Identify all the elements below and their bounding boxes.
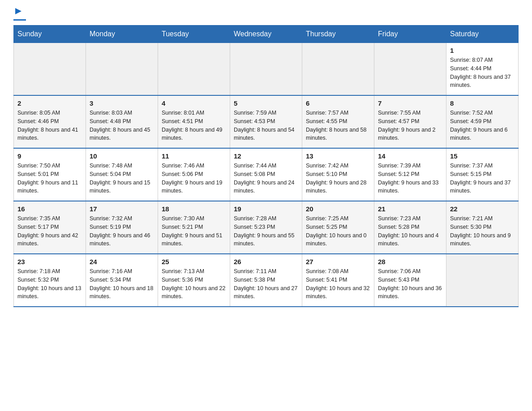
calendar-cell: [14, 43, 86, 96]
day-info: Sunrise: 7:57 AMSunset: 4:55 PMDaylight:…: [306, 109, 370, 142]
day-number: 26: [234, 258, 298, 265]
day-info: Sunrise: 7:44 AMSunset: 5:08 PMDaylight:…: [234, 162, 298, 195]
day-info: Sunrise: 7:08 AMSunset: 5:41 PMDaylight:…: [306, 267, 370, 301]
day-number: 8: [450, 99, 515, 107]
calendar-cell: 4Sunrise: 8:01 AMSunset: 4:51 PMDaylight…: [158, 95, 230, 148]
calendar-cell: 14Sunrise: 7:39 AMSunset: 5:12 PMDayligh…: [374, 148, 446, 201]
calendar-cell: 27Sunrise: 7:08 AMSunset: 5:41 PMDayligh…: [302, 254, 374, 307]
calendar-cell: 8Sunrise: 7:52 AMSunset: 4:59 PMDaylight…: [446, 95, 519, 148]
weekday-header-friday: Friday: [374, 26, 446, 43]
calendar-cell: 1Sunrise: 8:07 AMSunset: 4:44 PMDaylight…: [446, 43, 519, 96]
day-info: Sunrise: 7:21 AMSunset: 5:30 PMDaylight:…: [450, 214, 515, 248]
day-number: 13: [306, 152, 370, 160]
day-number: 12: [234, 152, 298, 160]
calendar-cell: 13Sunrise: 7:42 AMSunset: 5:10 PMDayligh…: [302, 148, 374, 201]
day-info: Sunrise: 7:39 AMSunset: 5:12 PMDaylight:…: [378, 162, 442, 195]
calendar-table: SundayMondayTuesdayWednesdayThursdayFrid…: [13, 25, 519, 307]
day-info: Sunrise: 7:48 AMSunset: 5:04 PMDaylight:…: [90, 162, 154, 195]
day-number: 10: [90, 152, 154, 160]
day-info: Sunrise: 7:30 AMSunset: 5:21 PMDaylight:…: [162, 214, 226, 248]
weekday-header-thursday: Thursday: [302, 26, 374, 43]
day-info: Sunrise: 7:46 AMSunset: 5:06 PMDaylight:…: [162, 162, 226, 195]
calendar-cell: 7Sunrise: 7:55 AMSunset: 4:57 PMDaylight…: [374, 95, 446, 148]
calendar-week-row: 16Sunrise: 7:35 AMSunset: 5:17 PMDayligh…: [14, 201, 519, 254]
calendar-week-row: 9Sunrise: 7:50 AMSunset: 5:01 PMDaylight…: [14, 148, 519, 201]
day-info: Sunrise: 7:59 AMSunset: 4:53 PMDaylight:…: [234, 109, 298, 142]
calendar-cell: 24Sunrise: 7:16 AMSunset: 5:34 PMDayligh…: [86, 254, 158, 307]
calendar-cell: [374, 43, 446, 96]
day-number: 25: [162, 258, 226, 265]
calendar-cell: 16Sunrise: 7:35 AMSunset: 5:17 PMDayligh…: [14, 201, 86, 254]
day-info: Sunrise: 7:11 AMSunset: 5:38 PMDaylight:…: [234, 267, 298, 301]
day-info: Sunrise: 8:07 AMSunset: 4:44 PMDaylight:…: [450, 56, 515, 90]
calendar-cell: [302, 43, 374, 96]
day-number: 16: [17, 205, 82, 213]
calendar-week-row: 1Sunrise: 8:07 AMSunset: 4:44 PMDaylight…: [14, 43, 519, 96]
day-info: Sunrise: 7:28 AMSunset: 5:23 PMDaylight:…: [234, 214, 298, 248]
logo-underline: [13, 19, 26, 21]
calendar-cell: 23Sunrise: 7:18 AMSunset: 5:32 PMDayligh…: [14, 254, 86, 307]
day-number: 2: [17, 99, 82, 107]
day-number: 23: [17, 258, 82, 265]
calendar-cell: 18Sunrise: 7:30 AMSunset: 5:21 PMDayligh…: [158, 201, 230, 254]
day-number: 5: [234, 99, 298, 107]
calendar-cell: [86, 43, 158, 96]
day-info: Sunrise: 7:18 AMSunset: 5:32 PMDaylight:…: [17, 267, 82, 301]
calendar-cell: 26Sunrise: 7:11 AMSunset: 5:38 PMDayligh…: [230, 254, 302, 307]
day-number: 4: [162, 99, 226, 107]
day-info: Sunrise: 7:32 AMSunset: 5:19 PMDaylight:…: [90, 214, 154, 248]
day-number: 15: [450, 152, 515, 160]
calendar-week-row: 23Sunrise: 7:18 AMSunset: 5:32 PMDayligh…: [14, 254, 519, 307]
day-info: Sunrise: 7:35 AMSunset: 5:17 PMDaylight:…: [17, 214, 82, 248]
logo: [13, 9, 26, 21]
calendar-cell: 25Sunrise: 7:13 AMSunset: 5:36 PMDayligh…: [158, 254, 230, 307]
calendar-cell: 9Sunrise: 7:50 AMSunset: 5:01 PMDaylight…: [14, 148, 86, 201]
day-info: Sunrise: 7:06 AMSunset: 5:43 PMDaylight:…: [378, 267, 442, 301]
calendar-cell: 3Sunrise: 8:03 AMSunset: 4:48 PMDaylight…: [86, 95, 158, 148]
day-info: Sunrise: 7:23 AMSunset: 5:28 PMDaylight:…: [378, 214, 442, 248]
calendar-cell: 6Sunrise: 7:57 AMSunset: 4:55 PMDaylight…: [302, 95, 374, 148]
weekday-header-sunday: Sunday: [14, 26, 86, 43]
day-info: Sunrise: 8:05 AMSunset: 4:46 PMDaylight:…: [17, 109, 82, 142]
calendar-cell: 22Sunrise: 7:21 AMSunset: 5:30 PMDayligh…: [446, 201, 519, 254]
weekday-header-saturday: Saturday: [446, 26, 519, 43]
day-number: 18: [162, 205, 226, 213]
day-number: 7: [378, 99, 442, 107]
day-info: Sunrise: 7:37 AMSunset: 5:15 PMDaylight:…: [450, 162, 515, 195]
day-info: Sunrise: 7:52 AMSunset: 4:59 PMDaylight:…: [450, 109, 515, 142]
calendar-cell: [230, 43, 302, 96]
logo-arrow-icon: [14, 7, 22, 17]
calendar-cell: 10Sunrise: 7:48 AMSunset: 5:04 PMDayligh…: [86, 148, 158, 201]
day-number: 17: [90, 205, 154, 213]
page-header: [13, 9, 519, 21]
day-number: 6: [306, 99, 370, 107]
day-info: Sunrise: 7:50 AMSunset: 5:01 PMDaylight:…: [17, 162, 82, 195]
calendar-cell: 19Sunrise: 7:28 AMSunset: 5:23 PMDayligh…: [230, 201, 302, 254]
calendar-cell: 21Sunrise: 7:23 AMSunset: 5:28 PMDayligh…: [374, 201, 446, 254]
calendar-cell: 15Sunrise: 7:37 AMSunset: 5:15 PMDayligh…: [446, 148, 519, 201]
calendar-cell: 28Sunrise: 7:06 AMSunset: 5:43 PMDayligh…: [374, 254, 446, 307]
day-number: 22: [450, 205, 515, 213]
calendar-cell: 5Sunrise: 7:59 AMSunset: 4:53 PMDaylight…: [230, 95, 302, 148]
day-number: 20: [306, 205, 370, 213]
calendar-cell: [446, 254, 519, 307]
day-number: 11: [162, 152, 226, 160]
day-info: Sunrise: 8:01 AMSunset: 4:51 PMDaylight:…: [162, 109, 226, 142]
day-number: 3: [90, 99, 154, 107]
calendar-week-row: 2Sunrise: 8:05 AMSunset: 4:46 PMDaylight…: [14, 95, 519, 148]
calendar-header-row: SundayMondayTuesdayWednesdayThursdayFrid…: [14, 26, 519, 43]
weekday-header-wednesday: Wednesday: [230, 26, 302, 43]
day-number: 14: [378, 152, 442, 160]
calendar-cell: 20Sunrise: 7:25 AMSunset: 5:25 PMDayligh…: [302, 201, 374, 254]
weekday-header-tuesday: Tuesday: [158, 26, 230, 43]
calendar-cell: [158, 43, 230, 96]
calendar-cell: 12Sunrise: 7:44 AMSunset: 5:08 PMDayligh…: [230, 148, 302, 201]
calendar-cell: 11Sunrise: 7:46 AMSunset: 5:06 PMDayligh…: [158, 148, 230, 201]
day-number: 27: [306, 258, 370, 265]
day-number: 24: [90, 258, 154, 265]
svg-marker-0: [15, 8, 21, 14]
calendar-cell: 17Sunrise: 7:32 AMSunset: 5:19 PMDayligh…: [86, 201, 158, 254]
weekday-header-monday: Monday: [86, 26, 158, 43]
day-number: 1: [450, 47, 515, 54]
day-info: Sunrise: 8:03 AMSunset: 4:48 PMDaylight:…: [90, 109, 154, 142]
